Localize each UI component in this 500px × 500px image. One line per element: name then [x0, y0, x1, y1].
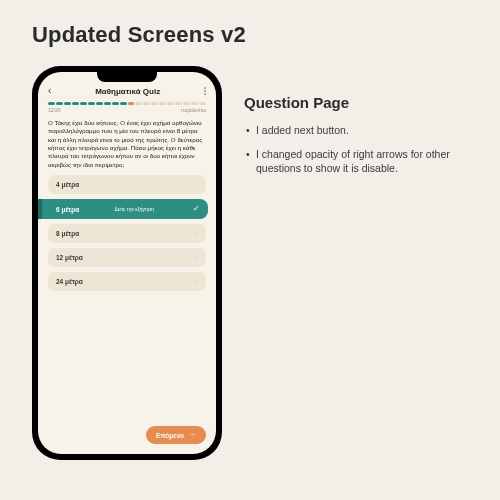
progress-segment: [48, 102, 55, 105]
progress-segment: [167, 102, 174, 105]
arrow-right-icon: →: [188, 431, 196, 439]
answer-label: 24 μέτρα: [56, 278, 83, 285]
progress-segment: [128, 102, 135, 105]
answer-hint: Δείτε την εξήγηση: [114, 206, 153, 212]
question-text: Ο Τάκης έχει δύο κήπους. Ο ένας έχει σχή…: [38, 113, 216, 173]
phone-notch: [97, 72, 157, 82]
answer-label: 12 μέτρα: [56, 254, 83, 261]
answers-list: 4 μέτρα›6 μέτραΔείτε την εξήγηση✓8 μέτρα…: [38, 175, 216, 291]
progress-segment: [72, 102, 79, 105]
answer-option[interactable]: 24 μέτρα›: [48, 272, 206, 291]
quiz-title: Μαθηματικά Quiz: [95, 87, 160, 96]
next-button-label: Επόμενο: [156, 432, 184, 439]
kebab-icon[interactable]: [204, 87, 206, 95]
phone-mock: ‹ Μαθηματικά Quiz 12/20 παραλείπω Ο Τάκη…: [32, 66, 222, 460]
meta-row: 12/20 παραλείπω: [38, 105, 216, 113]
next-button-wrap: Επόμενο →: [146, 426, 206, 444]
back-icon[interactable]: ‹: [48, 86, 51, 96]
answer-option[interactable]: 12 μέτρα›: [48, 248, 206, 267]
answer-label: 4 μέτρα: [56, 181, 79, 188]
phone-screen: ‹ Μαθηματικά Quiz 12/20 παραλείπω Ο Τάκη…: [38, 72, 216, 454]
stage: ‹ Μαθηματικά Quiz 12/20 παραλείπω Ο Τάκη…: [0, 48, 500, 460]
chevron-right-icon: ›: [196, 278, 198, 285]
answer-label: 8 μέτρα: [56, 230, 79, 237]
next-button[interactable]: Επόμενο →: [146, 426, 206, 444]
side-panel: Question Page I added next button.I chan…: [244, 66, 476, 186]
progress-segment: [191, 102, 198, 105]
progress-segment: [175, 102, 182, 105]
chevron-right-icon: ›: [196, 254, 198, 261]
progress-segment: [143, 102, 150, 105]
progress-segment: [56, 102, 63, 105]
progress-segment: [88, 102, 95, 105]
bullet-item: I changed opacity of right arrows for ot…: [244, 147, 476, 175]
chevron-right-icon: ›: [196, 181, 198, 188]
progress-segment: [135, 102, 142, 105]
progress-segment: [183, 102, 190, 105]
answer-label: 6 μέτρα: [56, 206, 79, 213]
bullet-item: I added next button.: [244, 123, 476, 137]
progress-segment: [199, 102, 206, 105]
skip-link[interactable]: παραλείπω: [181, 107, 206, 113]
progress-segment: [104, 102, 111, 105]
progress-segment: [151, 102, 158, 105]
progress-segment: [80, 102, 87, 105]
question-counter: 12/20: [48, 107, 61, 113]
progress-segment: [96, 102, 103, 105]
page-title: Updated Screens v2: [0, 0, 500, 48]
progress-segment: [159, 102, 166, 105]
answer-option-selected[interactable]: 6 μέτραΔείτε την εξήγηση✓: [42, 199, 208, 219]
progress-segment: [112, 102, 119, 105]
answer-option[interactable]: 4 μέτρα›: [48, 175, 206, 194]
answer-option[interactable]: 8 μέτρα›: [48, 224, 206, 243]
bullet-list: I added next button.I changed opacity of…: [244, 123, 476, 176]
chevron-right-icon: ›: [196, 230, 198, 237]
progress-segment: [64, 102, 71, 105]
progress-segment: [120, 102, 127, 105]
check-icon: ✓: [193, 205, 200, 213]
side-heading: Question Page: [244, 94, 476, 111]
